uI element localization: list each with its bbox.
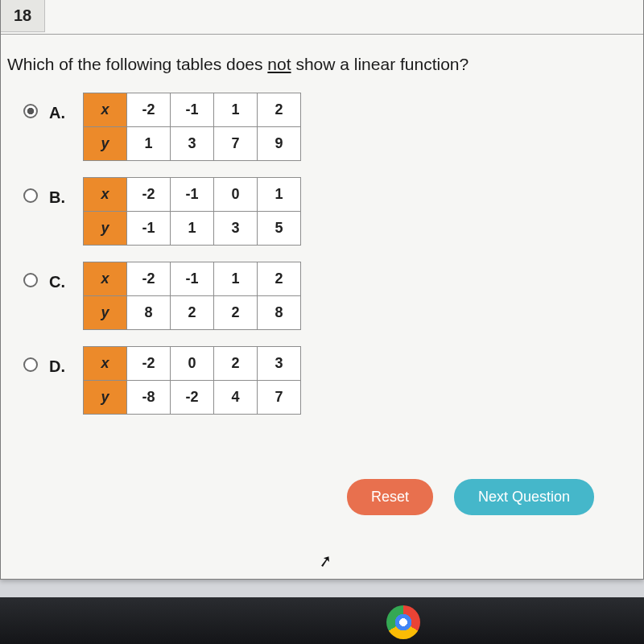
- cell: -8: [127, 381, 171, 415]
- choices-list: A.x-2-112y1379B.x-2-101y-1135C.x-2-112y8…: [23, 93, 301, 431]
- row-header: x: [84, 178, 127, 212]
- row-header: x: [84, 347, 127, 381]
- data-table: x-2-112y1379: [83, 93, 301, 161]
- cell: 8: [127, 296, 171, 330]
- choice-b[interactable]: B.x-2-101y-1135: [23, 177, 301, 246]
- action-buttons: Reset Next Question: [347, 479, 594, 515]
- cell: 1: [171, 212, 214, 246]
- cell: 0: [171, 347, 214, 381]
- choice-letter: C.: [49, 273, 70, 291]
- cell: 1: [127, 127, 171, 161]
- divider: [1, 34, 643, 35]
- cell: -1: [171, 93, 214, 127]
- cell: 2: [258, 262, 301, 296]
- question-number: 18: [14, 6, 31, 24]
- cell: 9: [258, 127, 301, 161]
- row-header: x: [84, 262, 127, 296]
- cell: 3: [171, 127, 214, 161]
- next-question-button[interactable]: Next Question: [454, 479, 594, 515]
- cell: 5: [258, 212, 301, 246]
- choice-letter: D.: [49, 357, 70, 376]
- radio-b[interactable]: [23, 188, 38, 203]
- choice-letter: A.: [49, 104, 70, 122]
- cell: 2: [214, 347, 258, 381]
- cell: 2: [171, 296, 214, 330]
- cell: -2: [127, 262, 171, 296]
- data-table: x-2-112y8228: [83, 262, 301, 330]
- row-header: x: [84, 93, 127, 127]
- chrome-icon[interactable]: [386, 605, 420, 639]
- choice-letter: B.: [49, 188, 70, 207]
- cell: 1: [214, 93, 258, 127]
- cell: 3: [258, 347, 301, 381]
- cell: 3: [214, 212, 258, 246]
- question-number-tab: 18: [1, 0, 45, 32]
- cursor-icon: ➚: [317, 551, 334, 572]
- cell: -1: [127, 212, 171, 246]
- cell: 2: [214, 296, 258, 330]
- reset-button[interactable]: Reset: [347, 479, 433, 515]
- cell: -2: [127, 178, 171, 212]
- choice-a[interactable]: A.x-2-112y1379: [23, 93, 301, 161]
- radio-d[interactable]: [23, 357, 38, 372]
- cell: 1: [214, 262, 258, 296]
- cell: -2: [171, 381, 214, 415]
- radio-a[interactable]: [23, 104, 38, 118]
- cell: 8: [258, 296, 301, 330]
- cell: 0: [214, 178, 258, 212]
- choice-d[interactable]: D.x-2023y-8-247: [23, 346, 301, 415]
- question-text: Which of the following tables does not s…: [7, 55, 469, 74]
- quiz-screen: 18 Which of the following tables does no…: [0, 0, 644, 580]
- cell: 2: [258, 93, 301, 127]
- cell: -1: [171, 262, 214, 296]
- row-header: y: [84, 212, 127, 246]
- data-table: x-2023y-8-247: [83, 346, 301, 415]
- row-header: y: [84, 381, 127, 415]
- choice-c[interactable]: C.x-2-112y8228: [23, 262, 301, 330]
- row-header: y: [84, 127, 127, 161]
- question-not: not: [267, 55, 291, 73]
- cell: -1: [171, 178, 214, 212]
- radio-c[interactable]: [23, 273, 38, 287]
- data-table: x-2-101y-1135: [83, 177, 301, 246]
- cell: 7: [214, 127, 258, 161]
- row-header: y: [84, 296, 127, 330]
- cell: 4: [214, 381, 258, 415]
- cell: 1: [258, 178, 301, 212]
- taskbar: [0, 597, 644, 644]
- cell: -2: [127, 347, 171, 381]
- question-post: show a linear function?: [291, 55, 469, 73]
- cell: -2: [127, 93, 171, 127]
- question-pre: Which of the following tables does: [7, 55, 267, 73]
- cell: 7: [258, 381, 301, 415]
